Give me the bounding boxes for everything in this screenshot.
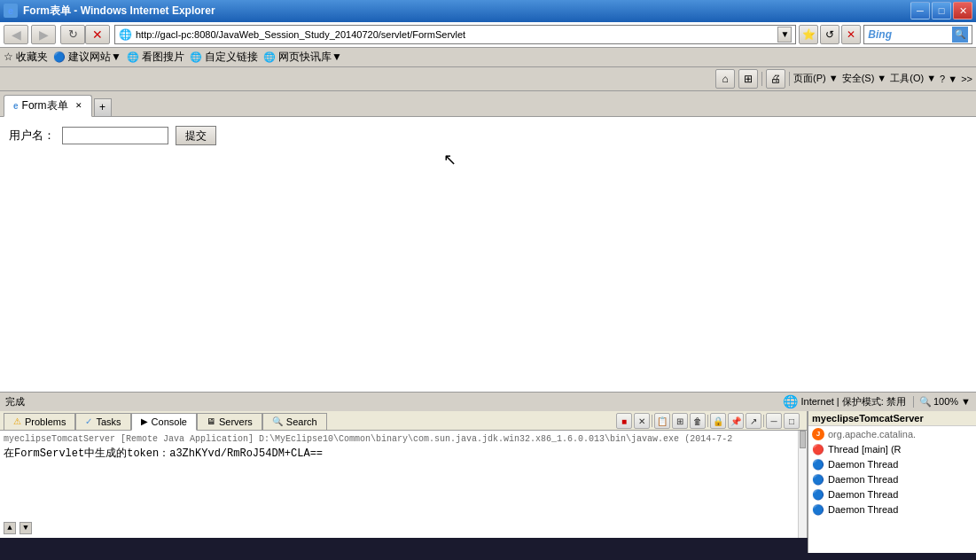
favorites-bar: ☆ 收藏夹 🔵 建议网站▼ 🌐 看图搜片 🌐 自定义链接 🌐 网页快讯库▼	[0, 48, 976, 67]
cursor-indicator: ↖	[443, 150, 976, 169]
maximize-console-button[interactable]: □	[784, 413, 800, 429]
catalina-item[interactable]: J org.apache.catalina.	[808, 426, 976, 442]
stop-x-button[interactable]: ✕	[841, 25, 861, 44]
daemon-label-1: Daemon Thread	[828, 459, 898, 470]
maximize-button[interactable]: □	[932, 2, 951, 19]
status-bar: 完成 🌐 Internet | 保护模式: 禁用 🔍 100% ▼	[0, 392, 976, 411]
star-icon: ☆	[4, 51, 13, 63]
tab-close-button[interactable]: ✕	[75, 101, 82, 110]
console-output: 在FormServlet中生成的token：a3ZhKYvd/RmRoJ54DM…	[4, 446, 803, 461]
bing-search-input[interactable]	[895, 29, 949, 40]
servers-label: Servers	[219, 416, 253, 427]
window-title: Form表单 - Windows Internet Explorer	[23, 4, 215, 19]
help-menu[interactable]: ? ▼	[940, 74, 957, 84]
feeds-button[interactable]: ⊞	[738, 69, 758, 89]
main-thread-label: Thread [main] (R	[828, 444, 902, 455]
zoom-control: 🔍 100% ▼	[913, 396, 971, 408]
tab-icon: e	[13, 101, 19, 111]
arrow-up-button[interactable]: ▲	[4, 522, 16, 534]
forward-button[interactable]: ▶	[31, 25, 56, 44]
daemon-label-2: Daemon Thread	[828, 474, 898, 485]
favorites-icon-button[interactable]: ⭐	[799, 25, 818, 44]
go-button[interactable]: ▼	[777, 27, 792, 43]
lock-scroll-button[interactable]: 🔒	[710, 413, 726, 429]
image-label: 看图搜片	[142, 50, 184, 65]
tab-tasks[interactable]: ✓ Tasks	[75, 413, 130, 430]
open-console-button[interactable]: ↗	[746, 413, 761, 429]
back-button[interactable]: ◀	[4, 25, 28, 44]
favorites-label: 收藏夹	[16, 50, 48, 65]
refresh-button[interactable]: ↻	[60, 25, 85, 44]
custom-icon: 🌐	[190, 51, 202, 63]
zoom-level[interactable]: 100% ▼	[933, 396, 971, 407]
paste-button[interactable]: ⊞	[672, 413, 688, 429]
console-panel: ⚠ Problems ✓ Tasks ▶ Console 🖥 Servers 🔍	[0, 411, 808, 538]
java-icon: J	[812, 428, 824, 440]
close-button[interactable]: ✕	[953, 2, 972, 19]
nav-icon-buttons: ⭐ ↺ ✕	[799, 25, 861, 44]
submit-button[interactable]: 提交	[176, 126, 216, 145]
debug-panel-header: myeclipseTomcatServer	[808, 411, 976, 426]
terminate-button[interactable]: ■	[616, 413, 632, 429]
suggest-site-item[interactable]: 🔵 建议网站▼	[53, 50, 121, 65]
daemon-thread-3[interactable]: 🔵 Daemon Thread	[808, 487, 976, 502]
print-button[interactable]: 🖨	[766, 69, 785, 89]
form-row: 用户名： 提交	[9, 126, 967, 145]
home-button[interactable]: ⌂	[715, 69, 735, 89]
disconnect-button[interactable]: ✕	[634, 413, 650, 429]
arrow-down-button[interactable]: ▼	[20, 522, 32, 534]
daemon-icon-3: 🔵	[812, 489, 824, 501]
globe-icon: 🌐	[783, 394, 798, 408]
copy-button[interactable]: 📋	[654, 413, 670, 429]
daemon-icon-2: 🔵	[812, 474, 824, 486]
main-thread-item[interactable]: 🔴 Thread [main] (R	[808, 442, 976, 457]
expand-button[interactable]: >>	[961, 74, 972, 84]
daemon-thread-2[interactable]: 🔵 Daemon Thread	[808, 472, 976, 487]
status-right: 🌐 Internet | 保护模式: 禁用 🔍 100% ▼	[783, 394, 971, 408]
favorites-star-button[interactable]: ☆ 收藏夹	[4, 50, 48, 65]
zoom-icon: 🔍	[919, 396, 932, 408]
web-widget-item[interactable]: 🌐 网页快讯库▼	[263, 50, 342, 65]
bing-search: Bing 🔍	[863, 25, 972, 44]
refresh-feeds-button[interactable]: ↺	[820, 25, 839, 44]
tasks-icon: ✓	[85, 416, 92, 426]
pin-button[interactable]: 📌	[728, 413, 744, 429]
browser-content: 用户名： 提交 ↖	[0, 117, 976, 392]
browser-icon: e	[4, 4, 18, 18]
stop-button[interactable]: ✕	[85, 25, 110, 44]
address-icon: 🌐	[119, 28, 132, 41]
tab-label: Form表单	[22, 98, 68, 113]
image-search-item[interactable]: 🌐 看图搜片	[127, 50, 184, 65]
safety-menu[interactable]: 安全(S) ▼	[842, 72, 887, 85]
address-input[interactable]	[136, 29, 774, 40]
custom-link-item[interactable]: 🌐 自定义链接	[190, 50, 258, 65]
new-tab-button[interactable]: +	[94, 98, 112, 116]
tab-console[interactable]: ▶ Console	[131, 413, 197, 431]
image-icon: 🌐	[127, 51, 139, 63]
collapse-button[interactable]: ─	[766, 413, 782, 429]
tab-servers[interactable]: 🖥 Servers	[197, 413, 262, 430]
main-container: e Form表单 - Windows Internet Explorer ─ □…	[0, 0, 976, 560]
tab-search[interactable]: 🔍 Search	[262, 413, 327, 430]
browser-toolbar: ⌂ ⊞ 🖨 页面(P) ▼ 安全(S) ▼ 工具(O) ▼ ? ▼ >>	[0, 67, 976, 91]
bing-search-button[interactable]: 🔍	[952, 27, 968, 43]
console-scrollbar[interactable]	[798, 431, 807, 538]
status-text: 完成	[5, 395, 776, 408]
daemon-thread-1[interactable]: 🔵 Daemon Thread	[808, 457, 976, 472]
problems-label: Problems	[25, 416, 66, 427]
title-bar: e Form表单 - Windows Internet Explorer ─ □…	[0, 0, 976, 22]
clear-button[interactable]: 🗑	[690, 413, 706, 429]
tab-problems[interactable]: ⚠ Problems	[4, 413, 75, 430]
form-tab[interactable]: e Form表单 ✕	[4, 95, 92, 117]
tools-menu[interactable]: 工具(O) ▼	[890, 72, 936, 85]
minimize-button[interactable]: ─	[910, 2, 930, 19]
bing-logo: Bing	[868, 28, 892, 41]
thread-icon: 🔴	[812, 444, 824, 455]
title-bar-left: e Form表单 - Windows Internet Explorer	[4, 4, 215, 19]
daemon-thread-4[interactable]: 🔵 Daemon Thread	[808, 502, 976, 517]
right-debug-panel: myeclipseTomcatServer J org.apache.catal…	[808, 411, 976, 553]
search-label: Search	[286, 416, 317, 427]
username-input[interactable]	[62, 127, 168, 144]
page-menu[interactable]: 页面(P) ▼	[793, 72, 839, 85]
console-content: myeclipseTomcatServer [Remote Java Appli…	[0, 431, 807, 538]
